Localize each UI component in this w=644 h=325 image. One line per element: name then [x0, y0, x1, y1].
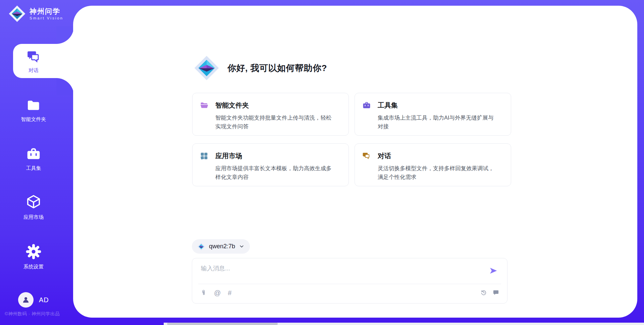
folder-icon: [26, 99, 41, 112]
brand-diamond-icon: [8, 5, 26, 23]
app-logo: 神州问学 Smart Vision: [8, 5, 63, 23]
cube-icon: [26, 194, 41, 210]
brand-diamond-icon: [197, 243, 205, 251]
copyright-footer: ©神州数码 · 神州问学出品: [5, 311, 60, 317]
sidebar-item-smart-folder[interactable]: 智能文件夹: [10, 99, 57, 123]
hashtag-icon[interactable]: #: [228, 289, 231, 296]
user-initials: AD: [39, 296, 49, 304]
app-title: 神州问学: [30, 7, 60, 15]
chevron-down-icon: [239, 244, 245, 249]
card-toolset[interactable]: 工具集 集成市场上主流工具，助力AI与外界无缝扩展与对接: [355, 93, 511, 136]
message-input[interactable]: [200, 264, 480, 281]
avatar: [18, 292, 34, 308]
history-icon[interactable]: [480, 289, 487, 296]
model-selector[interactable]: qwen2:7b: [192, 239, 250, 254]
sidebar-item-label: 工具集: [10, 165, 57, 172]
send-icon[interactable]: [489, 266, 498, 275]
app-subtitle: Smart Vision: [30, 16, 63, 20]
sidebar-item-label: 应用市场: [10, 214, 57, 220]
tab-fillet-bottom: [56, 78, 74, 95]
scrollbar-thumb[interactable]: [167, 323, 278, 325]
card-title: 工具集: [378, 101, 498, 110]
sidebar-item-label: 智能文件夹: [10, 116, 57, 123]
app-root: 神州问学 Smart Vision 对话 智能文件夹: [0, 0, 644, 325]
feature-cards: 智能文件夹 智能文件夹功能支持批量文件上传与清洗，轻松实现文件问答 工具集 集成…: [192, 93, 511, 186]
mention-icon[interactable]: @: [214, 289, 221, 296]
sidebar-item-label: 系统设置: [10, 264, 57, 270]
sidebar-item-app-market[interactable]: 应用市场: [10, 194, 57, 220]
card-app-market[interactable]: 应用市场 应用市场提供丰富长文本模板，助力高效生成多样化文章内容: [192, 143, 349, 186]
sidebar-item-chat[interactable]: 对话: [13, 44, 74, 78]
paperclip-icon[interactable]: [200, 289, 207, 297]
sidebar-item-toolset[interactable]: 工具集: [10, 147, 57, 172]
card-description: 灵活切换多模型文件，支持多样回复效果调试，满足个性化需求: [378, 164, 498, 181]
chat-bubbles-icon: [26, 50, 41, 64]
greeting-block: 你好, 我可以如何帮助你?: [193, 55, 327, 81]
briefcase-icon: [362, 101, 371, 109]
greeting-title: 你好, 我可以如何帮助你?: [227, 62, 327, 74]
horizontal-scrollbar[interactable]: [164, 323, 644, 325]
card-description: 集成市场上主流工具，助力AI与外界无缝扩展与对接: [378, 113, 498, 131]
sidebar-item-label: 对话: [10, 67, 57, 74]
message-composer: @ #: [192, 258, 507, 304]
model-name: qwen2:7b: [209, 243, 235, 250]
chat-bubble-icon[interactable]: [493, 289, 499, 296]
person-icon: [21, 296, 30, 304]
folder-open-icon: [200, 101, 209, 109]
card-description: 智能文件夹功能支持批量文件上传与清洗，轻松实现文件问答: [215, 113, 336, 131]
grid-icon: [200, 152, 209, 160]
card-title: 智能文件夹: [215, 101, 336, 110]
briefcase-icon: [26, 147, 41, 161]
main-panel: 你好, 我可以如何帮助你? 智能文件夹 智能文件夹功能支持批量文件上传与清洗，轻…: [73, 6, 637, 318]
card-title: 应用市场: [215, 151, 336, 160]
card-chat[interactable]: 对话 灵活切换多模型文件，支持多样回复效果调试，满足个性化需求: [355, 143, 511, 186]
gear-icon: [26, 244, 41, 259]
card-description: 应用市场提供丰富长文本模板，助力高效生成多样化文章内容: [215, 164, 336, 181]
brand-diamond-icon: [193, 55, 220, 81]
tab-fillet-top: [56, 26, 74, 44]
card-title: 对话: [378, 151, 498, 160]
card-smart-folder[interactable]: 智能文件夹 智能文件夹功能支持批量文件上传与清洗，轻松实现文件问答: [192, 93, 349, 136]
sidebar-item-settings[interactable]: 系统设置: [10, 244, 57, 270]
chat-bubbles-icon: [362, 152, 371, 160]
user-profile[interactable]: AD: [18, 292, 49, 308]
composer-divider: [198, 284, 501, 284]
